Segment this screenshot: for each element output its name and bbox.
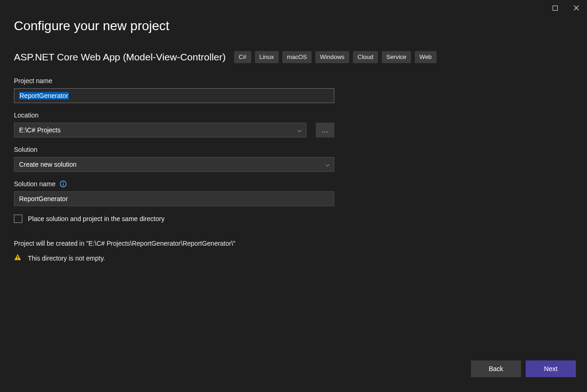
- template-tag: C#: [234, 51, 251, 63]
- chevron-down-icon: [326, 161, 329, 168]
- svg-rect-7: [17, 256, 18, 258]
- next-button[interactable]: Next: [526, 360, 576, 377]
- svg-rect-0: [553, 6, 557, 10]
- creation-path-info: Project will be created in "E:\C# Projec…: [14, 240, 334, 247]
- warning-text: This directory is not empty.: [28, 255, 105, 262]
- solution-value: Create new solution: [19, 161, 77, 168]
- template-tag: Linux: [255, 51, 279, 63]
- same-directory-checkbox[interactable]: [14, 215, 22, 223]
- browse-button[interactable]: ...: [316, 123, 334, 137]
- template-tag: macOS: [282, 51, 312, 63]
- template-tag: Cloud: [353, 51, 378, 63]
- maximize-button[interactable]: [544, 0, 566, 16]
- solution-name-input[interactable]: ReportGenerator: [14, 191, 334, 206]
- warning-icon: [14, 254, 21, 262]
- location-label: Location: [14, 111, 334, 119]
- project-name-label: Project name: [14, 77, 334, 85]
- back-button[interactable]: Back: [471, 360, 521, 377]
- close-icon: [574, 5, 579, 11]
- location-combo[interactable]: E:\C# Projects: [14, 123, 307, 137]
- template-tag: Web: [415, 51, 437, 63]
- svg-rect-8: [17, 259, 18, 260]
- solution-name-value: ReportGenerator: [19, 195, 68, 203]
- maximize-icon: [553, 6, 558, 11]
- chevron-down-icon: [298, 126, 301, 134]
- close-button[interactable]: [566, 0, 587, 16]
- template-tag: Windows: [315, 51, 349, 63]
- solution-label: Solution: [14, 146, 334, 153]
- same-directory-label: Place solution and project in the same d…: [28, 215, 164, 222]
- template-name: ASP.NET Core Web App (Model-View-Control…: [14, 52, 226, 63]
- page-title: Configure your new project: [14, 19, 573, 33]
- template-tag: Service: [382, 51, 411, 63]
- project-name-input[interactable]: ReportGenerator: [14, 88, 334, 103]
- project-name-value: ReportGenerator: [19, 92, 69, 99]
- solution-combo[interactable]: Create new solution: [14, 157, 334, 172]
- solution-name-label: Solution name: [14, 180, 56, 188]
- svg-rect-5: [63, 183, 64, 186]
- svg-point-4: [63, 182, 64, 183]
- location-value: E:\C# Projects: [19, 126, 60, 134]
- info-icon[interactable]: [59, 180, 67, 188]
